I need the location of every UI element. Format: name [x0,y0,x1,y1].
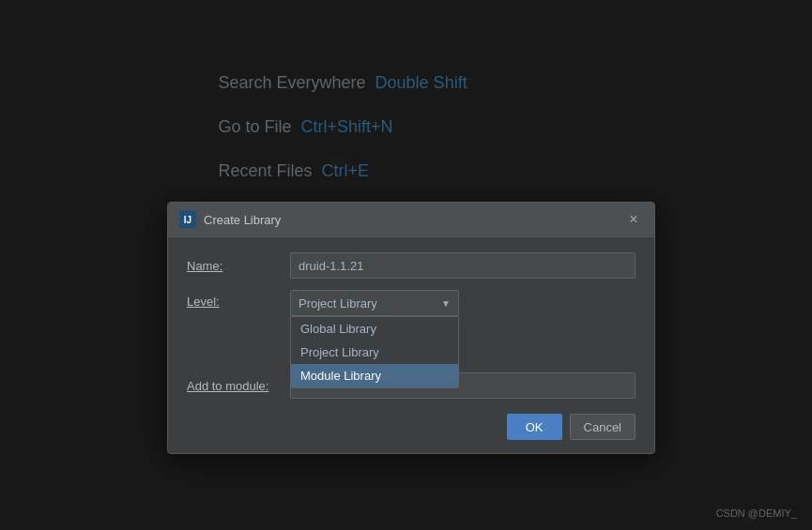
dialog-app-icon: IJ [179,211,196,228]
level-dropdown[interactable]: Project Library ▼ [290,290,459,316]
dialog-titlebar: IJ Create Library × [168,203,654,237]
name-label-rest: ame: [195,259,222,273]
dialog-footer: OK Cancel [168,414,654,453]
name-input[interactable] [290,252,636,279]
dropdown-option-global[interactable]: Global Library [291,317,458,341]
level-label: Level: [187,290,290,309]
level-label-rest: evel: [193,295,219,309]
level-dropdown-wrapper: Project Library ▼ Global Library Project… [290,290,636,316]
create-library-dialog: IJ Create Library × Name: Level: Project… [167,202,655,454]
module-label: Add to module: [187,379,290,393]
name-row: Name: [187,252,636,279]
level-dropdown-menu: Global Library Project Library Module Li… [290,316,459,388]
module-label-rest: dd to module: [195,379,269,393]
cancel-button[interactable]: Cancel [570,414,636,440]
ok-button[interactable]: OK [507,414,562,440]
name-underline-char: N [187,259,195,273]
name-label: Name: [187,259,290,273]
dialog-body: Name: Level: Project Library ▼ Global Li… [168,237,654,414]
dropdown-option-project[interactable]: Project Library [291,341,458,364]
dialog-title-text: Create Library [204,213,281,227]
dialog-title-left: IJ Create Library [179,211,281,228]
level-selected-text: Project Library [299,296,377,310]
module-underline-char: A [187,379,195,393]
watermark: CSDN @DEMIY_ [716,507,797,519]
close-button[interactable]: × [624,210,643,229]
dropdown-arrow-icon: ▼ [441,298,451,309]
level-row: Level: Project Library ▼ Global Library … [187,290,636,316]
dropdown-option-module[interactable]: Module Library [291,364,458,387]
